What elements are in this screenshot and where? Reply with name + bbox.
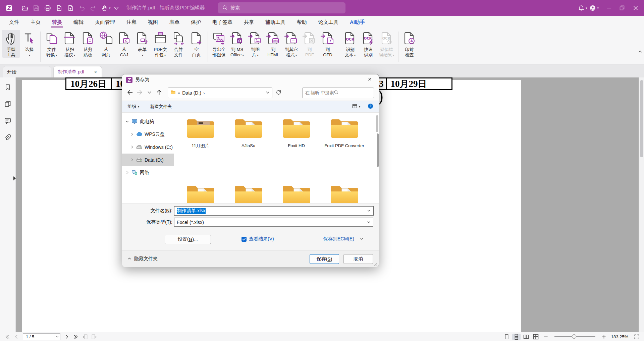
folder-partial[interactable] bbox=[224, 183, 272, 203]
next-view-icon[interactable] bbox=[90, 334, 99, 340]
tab-start[interactable]: 开始 bbox=[3, 66, 51, 77]
ribbon-button-文件转换[interactable]: 文件转换▾ bbox=[43, 30, 61, 58]
tree-item-Data (D:)[interactable]: Data (D:) bbox=[122, 154, 174, 166]
print-icon[interactable] bbox=[42, 2, 53, 14]
chevron-right-icon[interactable] bbox=[125, 170, 129, 175]
tree-item-WPS云盘[interactable]: WPS云盘 bbox=[122, 128, 174, 141]
menu-item-辅助工具[interactable]: 辅助工具 bbox=[260, 16, 291, 29]
recent-locations-icon[interactable] bbox=[146, 89, 153, 97]
ribbon-button-合并文件[interactable]: 合并文件 bbox=[169, 30, 187, 58]
menu-item-视图[interactable]: 视图 bbox=[142, 16, 164, 29]
notification-bell-icon[interactable] bbox=[576, 2, 587, 14]
refresh-icon[interactable] bbox=[276, 90, 281, 97]
menu-item-保护[interactable]: 保护 bbox=[185, 16, 207, 29]
menu-item-论文工具[interactable]: 论文工具 bbox=[313, 16, 344, 29]
ribbon-button-空白页[interactable]: 空白页 bbox=[187, 30, 206, 58]
account-dropdown[interactable]: ▾ bbox=[597, 6, 599, 10]
menu-item-文件[interactable]: 文件 bbox=[3, 16, 25, 29]
filename-input[interactable]: 制作清单.xlsx bbox=[174, 206, 373, 215]
chevron-right-icon[interactable] bbox=[130, 145, 134, 150]
previous-view-icon[interactable] bbox=[80, 334, 90, 340]
account-avatar-icon[interactable] bbox=[587, 2, 598, 14]
save-type-dropdown-icon[interactable] bbox=[367, 220, 371, 225]
ribbon-button-表单[interactable]: 表单▾ bbox=[133, 30, 151, 58]
hand-tool-icon[interactable] bbox=[99, 2, 110, 14]
redo-icon[interactable] bbox=[88, 2, 99, 14]
folder-partial[interactable] bbox=[272, 183, 320, 203]
zoom-level[interactable]: 183.25% bbox=[611, 334, 628, 339]
checkbox-checked-icon[interactable] bbox=[241, 237, 247, 242]
global-search-box[interactable]: 搜索 bbox=[218, 2, 345, 13]
chevron-down-icon[interactable] bbox=[125, 119, 129, 124]
page-thumbnails-icon[interactable] bbox=[4, 100, 11, 109]
back-icon[interactable] bbox=[127, 89, 133, 97]
comments-icon[interactable] bbox=[4, 117, 11, 126]
settings-button[interactable]: 设置(G)... bbox=[165, 235, 211, 244]
ribbon-button-到 MSOffice[interactable]: O到 MSOffice▾ bbox=[228, 30, 246, 58]
collapse-ribbon-icon[interactable] bbox=[638, 49, 642, 55]
menu-item-电子签章[interactable]: 电子签章 bbox=[207, 16, 238, 29]
change-view-button[interactable]: ▾ bbox=[352, 103, 360, 110]
chevron-right-icon[interactable] bbox=[130, 157, 134, 163]
facing-view-icon[interactable] bbox=[522, 334, 530, 340]
ribbon-button-从网页[interactable]: 从网页 bbox=[97, 30, 115, 58]
ribbon-button-到其它格式[interactable]: ···到其它格式▾ bbox=[282, 30, 301, 58]
hand-tool-dropdown[interactable]: ▾ bbox=[109, 6, 111, 10]
menu-item-页面管理[interactable]: 页面管理 bbox=[89, 16, 121, 29]
menu-item-注释[interactable]: 注释 bbox=[121, 16, 142, 29]
chevron-right-icon[interactable] bbox=[130, 132, 134, 137]
ribbon-button-选择[interactable]: 选择▾ bbox=[20, 30, 38, 58]
tree-item-网络[interactable]: 网络 bbox=[122, 166, 174, 179]
last-page-icon[interactable] bbox=[71, 334, 80, 340]
menu-item-AI助手[interactable]: AI助手 bbox=[344, 16, 371, 29]
page-plus-icon[interactable] bbox=[65, 2, 76, 14]
page-number-combo[interactable]: 1 / 5 bbox=[23, 333, 60, 340]
dialog-close-icon[interactable] bbox=[365, 76, 375, 83]
document-scrollbar[interactable] bbox=[639, 77, 644, 332]
tree-item-Windows (C:)[interactable]: Windows (C:) bbox=[122, 141, 174, 154]
ecm-dropdown-icon[interactable] bbox=[360, 236, 364, 242]
file-list-scrollbar-thumb[interactable] bbox=[376, 115, 378, 132]
continuous-facing-view-icon[interactable] bbox=[532, 334, 540, 340]
dialog-search-box[interactable]: 在 福昕 中搜索 bbox=[302, 88, 374, 98]
folder-11月图片[interactable]: 11月图片 bbox=[176, 117, 224, 149]
ribbon-button-印前检查[interactable]: A印前检查 bbox=[400, 30, 419, 58]
view-results-checkbox[interactable]: 查看结果(V) bbox=[241, 236, 274, 242]
single-page-view-icon[interactable] bbox=[502, 334, 511, 340]
dialog-search-icon[interactable] bbox=[334, 90, 339, 96]
filename-dropdown-icon[interactable] bbox=[367, 208, 371, 214]
resize-grip[interactable] bbox=[374, 262, 378, 266]
expand-panel-handle[interactable] bbox=[13, 176, 16, 180]
attachments-icon[interactable] bbox=[4, 134, 11, 143]
tab-close-icon[interactable]: × bbox=[94, 69, 98, 75]
save-button[interactable]: 保存(S) bbox=[310, 254, 339, 264]
zoom-out-icon[interactable] bbox=[541, 334, 550, 340]
ribbon-button-到HTML[interactable]: </>到HTML bbox=[264, 30, 282, 58]
bookmark-icon[interactable] bbox=[4, 83, 11, 92]
save-type-select[interactable]: Excel (*.xlsx) bbox=[174, 218, 373, 227]
continuous-view-icon[interactable] bbox=[512, 334, 521, 340]
close-icon[interactable] bbox=[630, 2, 641, 14]
save-icon[interactable] bbox=[31, 2, 42, 14]
address-ellipsis[interactable]: « bbox=[178, 91, 180, 96]
address-dropdown-icon[interactable] bbox=[266, 90, 270, 96]
help-icon[interactable]: ? bbox=[368, 103, 373, 110]
folder-Foxit HD[interactable]: Foxit HD bbox=[272, 117, 320, 149]
forward-icon[interactable] bbox=[137, 89, 143, 97]
ribbon-button-从扫描仪[interactable]: 从扫描仪▾ bbox=[61, 30, 79, 58]
menu-item-主页[interactable]: 主页 bbox=[25, 16, 46, 29]
next-page-icon[interactable] bbox=[62, 334, 71, 340]
folder-Foxit PDF Converter[interactable]: Foxit PDF Converter bbox=[320, 117, 368, 149]
ribbon-button-导出全部图像[interactable]: 导出全部图像 bbox=[210, 30, 228, 58]
ribbon-button-到图片[interactable]: 到图片▾ bbox=[246, 30, 264, 58]
page-minus-icon[interactable] bbox=[53, 2, 65, 14]
menu-item-表单[interactable]: 表单 bbox=[164, 16, 185, 29]
ribbon-button-从CAJ[interactable]: C从CAJ bbox=[115, 30, 133, 58]
restore-icon[interactable] bbox=[616, 2, 628, 14]
previous-page-icon[interactable] bbox=[12, 334, 21, 340]
zoom-slider[interactable] bbox=[554, 336, 595, 337]
folder-partial[interactable] bbox=[320, 183, 368, 203]
first-page-icon[interactable] bbox=[3, 334, 12, 340]
ribbon-button-从剪贴板[interactable]: 从剪贴板 bbox=[79, 30, 97, 58]
fit-screen-icon[interactable] bbox=[632, 334, 641, 340]
